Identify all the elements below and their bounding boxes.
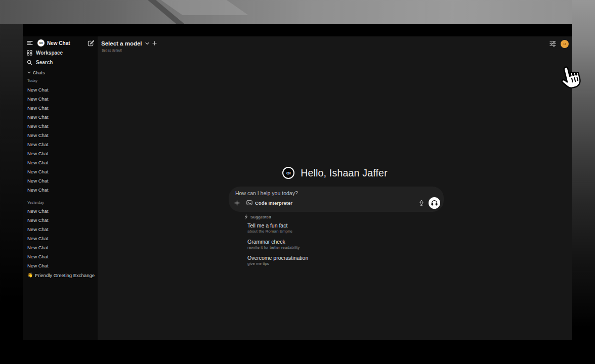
chat-list-item[interactable]: New Chat xyxy=(23,85,98,94)
chat-list-item-friendly-greeting[interactable]: 👋 Friendly Greeting Exchange xyxy=(23,270,98,280)
greeting-text: Hello, Ishaan Jaffer xyxy=(301,167,388,179)
chat-title: New Chat xyxy=(27,169,49,174)
add-model-icon[interactable] xyxy=(152,41,157,46)
screen: OI New Chat xyxy=(0,0,595,364)
app-logo: OI xyxy=(37,39,45,47)
set-as-default-link[interactable]: Set as default xyxy=(102,49,122,52)
background-facet-light xyxy=(161,0,248,15)
chat-title: New Chat xyxy=(27,160,49,165)
chat-title: New Chat xyxy=(27,236,49,241)
app-window: OI New Chat xyxy=(23,24,572,340)
sidebar-item-workspace[interactable]: Workspace xyxy=(27,49,94,56)
chat-list-item[interactable]: New Chat xyxy=(23,234,98,243)
app-content: OI New Chat xyxy=(23,36,572,340)
suggested-prompt[interactable]: Tell me a fun fact about the Roman Empir… xyxy=(247,222,399,234)
chat-title: New Chat xyxy=(27,151,49,156)
sidebar-toggle-icon[interactable] xyxy=(27,40,33,46)
suggested-header: Suggested xyxy=(244,214,271,219)
chat-title: New Chat xyxy=(27,263,49,268)
message-input[interactable] xyxy=(235,190,387,196)
app-logo: OI xyxy=(282,167,294,179)
chat-title: New Chat xyxy=(27,217,49,223)
microphone-icon[interactable] xyxy=(419,200,424,206)
workspace-grid-icon xyxy=(27,50,32,56)
suggested-prompt-title: Grammar check xyxy=(247,239,399,245)
chat-title: New Chat xyxy=(27,245,49,250)
workspace-label: Workspace xyxy=(36,50,63,56)
sidebar-item-search[interactable]: Search xyxy=(27,59,94,66)
suggested-prompt[interactable]: Grammar check rewrite it for better read… xyxy=(247,239,399,250)
background-right xyxy=(572,0,595,364)
chat-list-item[interactable]: New Chat xyxy=(23,112,98,121)
chat-title: New Chat xyxy=(27,187,49,193)
chat-title: New Chat xyxy=(27,132,49,138)
bolt-icon xyxy=(244,214,248,219)
search-label: Search xyxy=(36,60,53,65)
code-interpreter-icon xyxy=(246,200,252,205)
chat-title: New Chat xyxy=(27,142,49,147)
chat-list-item[interactable]: New Chat xyxy=(23,130,98,140)
chat-list-item[interactable]: New Chat xyxy=(23,167,98,176)
sidebar: OI New Chat xyxy=(23,36,98,340)
chat-title: New Chat xyxy=(27,114,49,120)
voice-call-button[interactable] xyxy=(429,197,440,209)
sidebar-header: OI New Chat xyxy=(27,39,94,47)
chat-title: New Chat xyxy=(27,254,49,259)
suggested-prompt-subtitle: rewrite it for better readability xyxy=(247,245,399,250)
composer-toolbar: Code Interpreter xyxy=(234,197,440,209)
chats-section-toggle[interactable]: Chats xyxy=(27,70,45,75)
chat-list-item[interactable]: New Chat xyxy=(23,140,98,149)
chat-list-item[interactable]: New Chat xyxy=(23,121,98,130)
chat-list-item[interactable]: New Chat xyxy=(23,94,98,103)
chat-title: Friendly Greeting Exchange xyxy=(35,272,95,278)
suggested-prompt-subtitle: give me tips xyxy=(247,261,399,266)
chats-section-label: Chats xyxy=(33,70,45,75)
chat-list-item[interactable]: New Chat xyxy=(23,243,98,252)
chevron-down-icon xyxy=(27,71,31,74)
chat-title: New Chat xyxy=(27,96,49,102)
window-top-bar xyxy=(23,24,572,36)
chat-list-item[interactable]: New Chat xyxy=(23,185,98,194)
background-top xyxy=(0,0,595,24)
chat-list-item[interactable]: New Chat xyxy=(23,224,98,234)
greeting: OI Hello, Ishaan Jaffer xyxy=(98,167,572,179)
chat-title: New Chat xyxy=(27,208,49,214)
code-interpreter-toggle[interactable]: Code Interpreter xyxy=(246,200,292,206)
chat-list-item[interactable]: New Chat xyxy=(23,149,98,158)
code-interpreter-label: Code Interpreter xyxy=(255,200,292,206)
chevron-down-icon xyxy=(145,42,149,45)
settings-sliders-icon[interactable] xyxy=(549,40,556,47)
message-composer[interactable]: Code Interpreter xyxy=(229,187,444,212)
attach-plus-icon[interactable] xyxy=(234,200,240,206)
suggested-label: Suggested xyxy=(250,215,271,219)
header-actions: IJ xyxy=(549,39,569,48)
search-icon xyxy=(27,60,32,65)
chat-list-item[interactable]: New Chat xyxy=(23,158,98,167)
chat-list-item[interactable]: New Chat xyxy=(23,176,98,185)
suggested-prompt-title: Tell me a fun fact xyxy=(247,222,399,229)
wave-emoji: 👋 xyxy=(27,272,33,278)
sidebar-brand-title: New Chat xyxy=(47,40,70,46)
chat-list-today: New Chat New Chat New Chat New Chat xyxy=(23,85,98,194)
model-selector-label: Select a model xyxy=(101,40,142,47)
chat-list-yesterday: New Chat New Chat New Chat New Chat xyxy=(23,206,98,270)
headphones-icon xyxy=(431,200,438,206)
chat-title: New Chat xyxy=(27,105,49,111)
chat-list-item[interactable]: New Chat xyxy=(23,252,98,261)
chat-list-item[interactable]: New Chat xyxy=(23,206,98,215)
suggested-prompt[interactable]: Overcome procrastination give me tips xyxy=(247,255,399,266)
chat-main: Select a model Set as default xyxy=(98,36,572,340)
chat-title: New Chat xyxy=(27,226,49,232)
background-left xyxy=(0,24,23,364)
chat-title: New Chat xyxy=(27,87,49,93)
chat-list-item[interactable]: New Chat xyxy=(23,103,98,112)
user-avatar[interactable]: IJ xyxy=(561,40,569,48)
new-chat-icon[interactable] xyxy=(88,40,94,47)
chat-list-item[interactable]: New Chat xyxy=(23,261,98,270)
chat-group-label-yesterday: Yesterday xyxy=(27,200,44,205)
chat-title: New Chat xyxy=(27,178,49,184)
model-selector[interactable]: Select a model xyxy=(101,39,157,47)
suggested-prompt-subtitle: about the Roman Empire xyxy=(247,229,399,234)
chat-list-item[interactable]: New Chat xyxy=(23,215,98,224)
suggested-prompt-title: Overcome procrastination xyxy=(247,255,399,261)
